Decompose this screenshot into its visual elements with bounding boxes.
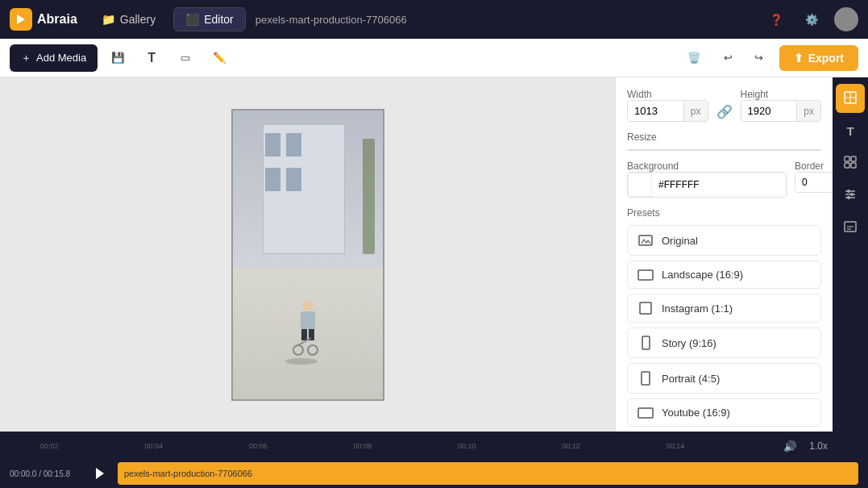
sidebar-effects-button[interactable]: [836, 148, 865, 177]
width-input-group: px: [627, 100, 708, 122]
save-button[interactable]: 💾: [104, 44, 131, 72]
link-dimensions-icon[interactable]: 🔗: [716, 104, 733, 119]
svg-rect-5: [642, 372, 650, 385]
nav-right: ❓ ⚙️: [763, 6, 858, 32]
tick-3: 00:06: [249, 442, 268, 450]
svg-rect-11: [845, 163, 849, 168]
effects-icon: [843, 155, 858, 172]
upload-icon: ⬆: [794, 52, 804, 65]
border-label: Border: [795, 161, 833, 172]
text-button[interactable]: T: [138, 44, 165, 72]
export-label: Export: [808, 52, 844, 65]
subtitles-icon: [843, 219, 858, 236]
volume-icon: 🔊: [783, 440, 797, 453]
instagram-preset-icon: [638, 302, 654, 315]
right-panel: Width px 🔗 Height px Resize Pad Crop: [615, 77, 833, 432]
landscape-preset-icon: [638, 269, 654, 281]
background-color-input[interactable]: [652, 175, 786, 194]
editor-nav-btn[interactable]: ⬛ Editor: [173, 7, 246, 31]
timeline-header: 00:02 00:04 00:06 00:08 00:10 00:12 00:1…: [0, 432, 868, 459]
svg-point-16: [850, 193, 853, 196]
undo-icon: ↩: [724, 52, 733, 64]
instagram-preset-label: Instagram (1:1): [662, 302, 733, 315]
presets-label: Presets: [627, 207, 821, 219]
background-group: Background: [627, 161, 787, 198]
add-media-label: Add Media: [36, 52, 86, 64]
tick-1: 00:02: [40, 442, 59, 450]
preset-portrait-button[interactable]: Portrait (4:5): [627, 363, 821, 394]
track-label: pexels-mart-production-7706066: [124, 469, 252, 478]
tick-2: 00:04: [144, 442, 163, 450]
border-value-input[interactable]: [795, 173, 833, 192]
file-name: pexels-mart-production-7706066: [255, 14, 757, 26]
width-label: Width: [627, 89, 708, 100]
background-label: Background: [627, 161, 787, 172]
help-button[interactable]: ❓: [763, 6, 789, 32]
sidebar-adjust-button[interactable]: [836, 181, 865, 210]
svg-rect-9: [845, 156, 849, 161]
gallery-label: Gallery: [120, 13, 156, 26]
youtube-preset-label: Youtube (16:9): [662, 407, 730, 419]
top-nav: Abraia 📁 Gallery ⬛ Editor pexels-mart-pr…: [0, 0, 868, 39]
height-input[interactable]: [741, 101, 797, 121]
svg-marker-0: [17, 15, 25, 24]
folder-icon: 📁: [102, 13, 115, 26]
svg-rect-6: [638, 408, 653, 418]
volume-button[interactable]: 🔊: [777, 433, 803, 459]
story-preset-icon: [638, 336, 654, 350]
bg-border-row: Background Border px: [627, 161, 821, 198]
sidebar-resize-button[interactable]: [836, 84, 865, 113]
preset-youtube-button[interactable]: Youtube (16:9): [627, 398, 821, 427]
redo-button[interactable]: ↪: [745, 44, 773, 72]
delete-button[interactable]: 🗑️: [681, 44, 708, 72]
gallery-nav-btn[interactable]: 📁 Gallery: [90, 8, 167, 31]
original-preset-label: Original: [662, 235, 698, 247]
tick-5: 00:10: [458, 442, 476, 450]
svg-point-18: [847, 196, 850, 199]
shape-button[interactable]: ▭: [172, 44, 199, 72]
width-input[interactable]: [628, 101, 683, 121]
crop-button[interactable]: Crop: [725, 150, 820, 151]
settings-button[interactable]: ⚙️: [799, 6, 824, 32]
svg-rect-2: [638, 270, 653, 280]
logo: Abraia: [10, 8, 77, 31]
right-sidebar: T: [833, 77, 868, 432]
tick-7: 00:14: [667, 442, 685, 450]
speed-display: 1.0x: [809, 440, 828, 452]
time-current: 00:00.0: [10, 469, 36, 478]
preset-landscape-button[interactable]: Landscape (16:9): [627, 261, 821, 289]
background-input-wrap: [627, 172, 787, 198]
resize-section-label: Resize: [627, 131, 821, 143]
border-group: Border px: [795, 161, 833, 198]
undo-button[interactable]: ↩: [715, 44, 742, 72]
preset-story-button[interactable]: Story (9:16): [627, 327, 821, 358]
export-button[interactable]: ⬆ Export: [779, 45, 858, 71]
sidebar-subtitles-button[interactable]: [836, 213, 865, 242]
tick-6: 00:12: [562, 442, 580, 450]
save-icon: 💾: [111, 52, 125, 64]
timeline: 00:02 00:04 00:06 00:08 00:10 00:12 00:1…: [0, 432, 868, 488]
svg-point-14: [847, 190, 850, 193]
preset-original-button[interactable]: Original: [627, 225, 821, 256]
play-button[interactable]: [89, 462, 111, 485]
width-unit: px: [683, 102, 708, 121]
resize-mode-toggle: Pad Crop: [627, 149, 821, 151]
add-media-button[interactable]: ＋ Add Media: [10, 44, 98, 72]
pad-button[interactable]: Pad: [628, 150, 725, 151]
time-total: 00:15.8: [44, 469, 70, 478]
timeline-track[interactable]: pexels-mart-production-7706066: [118, 462, 858, 485]
editor-label: Editor: [204, 13, 234, 26]
draw-icon: ✏️: [213, 52, 226, 64]
portrait-preset-label: Portrait (4:5): [662, 373, 720, 385]
portrait-preset-icon: [638, 371, 654, 386]
height-unit: px: [796, 102, 820, 121]
preset-instagram-button[interactable]: Instagram (1:1): [627, 294, 821, 323]
plus-icon: ＋: [21, 51, 31, 65]
background-color-swatch[interactable]: [628, 173, 652, 197]
draw-button[interactable]: ✏️: [206, 44, 233, 72]
sidebar-text-button[interactable]: T: [836, 116, 865, 145]
adjust-icon: [843, 187, 858, 204]
gear-icon: ⚙️: [805, 14, 819, 26]
avatar[interactable]: [834, 7, 858, 31]
toolbar: ＋ Add Media 💾 T ▭ ✏️ 🗑️ ↩ ↪ ⬆ Export: [0, 39, 868, 77]
